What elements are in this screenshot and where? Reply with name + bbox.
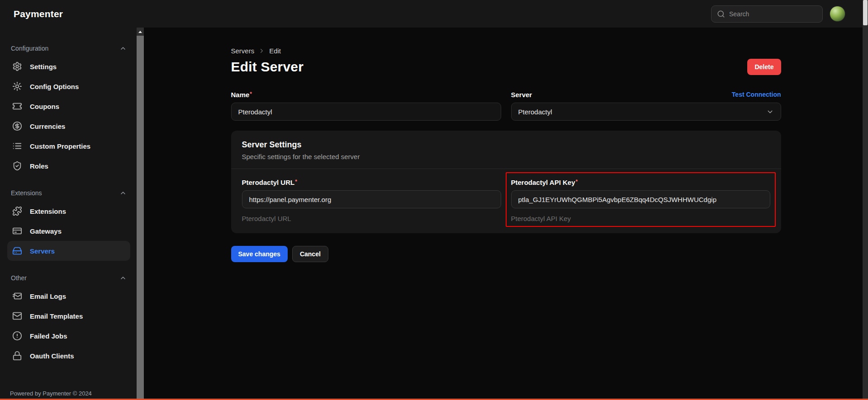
sidebar: Configuration Settings Config Options [0, 28, 137, 400]
card-title: Server Settings [242, 140, 770, 150]
actions-row: Save changes Cancel [231, 246, 781, 262]
pterodactyl-api-key-label: Pterodactyl API Key* [511, 179, 578, 186]
mail-icon [12, 311, 22, 321]
name-input[interactable] [231, 103, 501, 121]
dollar-circle-icon [12, 121, 22, 131]
sidebar-item-label: Coupons [30, 103, 59, 110]
breadcrumb: Servers Edit [231, 47, 781, 55]
powered-by-footer: Powered by Paymenter © 2024 [10, 390, 92, 397]
required-asterisk: * [295, 179, 297, 185]
chevron-up-icon [119, 189, 127, 197]
sidebar-item-email-logs[interactable]: Email Logs [7, 286, 130, 306]
sidebar-item-servers[interactable]: Servers [7, 241, 130, 261]
alert-circle-icon [12, 331, 22, 341]
card-body: Pterodactyl URL* Pterodactyl URL Pteroda… [231, 169, 781, 233]
pterodactyl-url-input[interactable] [242, 190, 501, 208]
search-icon [717, 10, 725, 18]
delete-button[interactable]: Delete [747, 59, 781, 75]
pterodactyl-api-key-field-group: Pterodactyl API Key* Pterodactyl API Key [511, 178, 770, 222]
topbar-right [711, 5, 845, 23]
server-select[interactable]: Pterodactyl [511, 103, 781, 121]
breadcrumb-servers[interactable]: Servers [231, 47, 255, 55]
user-avatar[interactable] [830, 6, 845, 22]
search-box[interactable] [711, 5, 823, 23]
shield-check-icon [12, 161, 22, 171]
nav-other: Email Logs Email Templates Failed Jobs [7, 286, 130, 366]
page-scrollbar-thumb[interactable] [863, 0, 868, 25]
pterodactyl-url-field-group: Pterodactyl URL* Pterodactyl URL [242, 178, 501, 222]
name-label: Name* [231, 91, 252, 99]
sidebar-item-oauth-clients[interactable]: Oauth Clients [7, 346, 130, 366]
gear-icon [12, 61, 22, 71]
chevron-up-icon [119, 274, 127, 282]
puzzle-icon [12, 206, 22, 216]
section-header-other[interactable]: Other [7, 273, 130, 282]
save-changes-button[interactable]: Save changes [231, 246, 288, 262]
page-title: Edit Server [231, 59, 304, 75]
sidebar-item-settings[interactable]: Settings [7, 56, 130, 76]
sidebar-item-config-options[interactable]: Config Options [7, 76, 130, 96]
card-subtitle: Specific settings for the selected serve… [242, 153, 770, 160]
sidebar-item-gateways[interactable]: Gateways [7, 221, 130, 241]
cog-icon [12, 81, 22, 91]
sidebar-item-currencies[interactable]: Currencies [7, 116, 130, 136]
lock-icon [12, 351, 22, 361]
sidebar-item-label: Extensions [30, 207, 66, 215]
server-field-group: Server Test Connection Pterodactyl [511, 90, 781, 121]
ticket-icon [12, 101, 22, 111]
sidebar-scrollbar [137, 28, 144, 400]
app-logo[interactable]: Paymenter [14, 9, 63, 19]
title-row: Edit Server Delete [231, 59, 781, 75]
section-header-configuration[interactable]: Configuration [7, 44, 130, 53]
search-input[interactable] [729, 10, 817, 18]
sidebar-item-label: Email Templates [30, 312, 83, 320]
section-label: Configuration [11, 45, 48, 52]
chevron-right-icon [258, 47, 265, 54]
scroll-up-button[interactable] [137, 28, 144, 36]
name-field-group: Name* [231, 90, 501, 121]
server-drive-icon [12, 246, 22, 256]
sidebar-item-custom-properties[interactable]: Custom Properties [7, 136, 130, 156]
top-form-row: Name* Server Test Connection Pterodactyl [231, 90, 781, 121]
pterodactyl-url-label: Pterodactyl URL* [242, 179, 297, 186]
chevron-down-icon [766, 108, 774, 116]
credit-card-icon [12, 226, 22, 236]
cancel-button[interactable]: Cancel [292, 246, 328, 262]
topbar: Paymenter [0, 0, 868, 28]
sidebar-item-label: Email Logs [30, 292, 66, 300]
nav-configuration: Settings Config Options Coupons [7, 56, 130, 176]
page-scrollbar [863, 0, 868, 400]
required-asterisk: * [250, 91, 252, 97]
sidebar-item-label: Oauth Clients [30, 352, 74, 360]
sidebar-item-roles[interactable]: Roles [7, 156, 130, 176]
content-container: Servers Edit Edit Server Delete Name* [231, 47, 781, 262]
section-label: Other [11, 274, 27, 282]
sidebar-section-configuration: Configuration Settings Config Options [7, 44, 130, 176]
sidebar-item-failed-jobs[interactable]: Failed Jobs [7, 326, 130, 346]
sidebar-scrollbar-thumb[interactable] [137, 36, 144, 400]
section-header-extensions[interactable]: Extensions [7, 188, 130, 198]
mail-log-icon [12, 291, 22, 301]
app-shell: Configuration Settings Config Options [0, 28, 868, 400]
server-select-value: Pterodactyl [518, 108, 552, 116]
sidebar-section-extensions: Extensions Extensions Gateways [7, 188, 130, 261]
sidebar-section-other: Other Email Logs Email Templates [7, 273, 130, 366]
nav-extensions: Extensions Gateways Servers [7, 201, 130, 261]
list-icon [12, 141, 22, 151]
sidebar-item-coupons[interactable]: Coupons [7, 96, 130, 116]
scroll-up-arrow-icon [138, 31, 142, 33]
server-settings-card: Server Settings Specific settings for th… [231, 131, 781, 233]
test-connection-link[interactable]: Test Connection [732, 91, 781, 98]
sidebar-item-label: Failed Jobs [30, 332, 67, 340]
card-header: Server Settings Specific settings for th… [231, 131, 781, 169]
pterodactyl-api-key-input[interactable] [511, 190, 770, 208]
sidebar-item-label: Config Options [30, 83, 79, 90]
sidebar-item-email-templates[interactable]: Email Templates [7, 306, 130, 326]
sidebar-item-label: Roles [30, 162, 48, 170]
sidebar-item-label: Gateways [30, 227, 62, 235]
pterodactyl-api-key-helper: Pterodactyl API Key [511, 215, 770, 222]
sidebar-item-extensions[interactable]: Extensions [7, 201, 130, 221]
chevron-up-icon [119, 45, 127, 52]
main-area: Servers Edit Edit Server Delete Name* [144, 28, 868, 400]
server-label: Server [511, 91, 532, 99]
